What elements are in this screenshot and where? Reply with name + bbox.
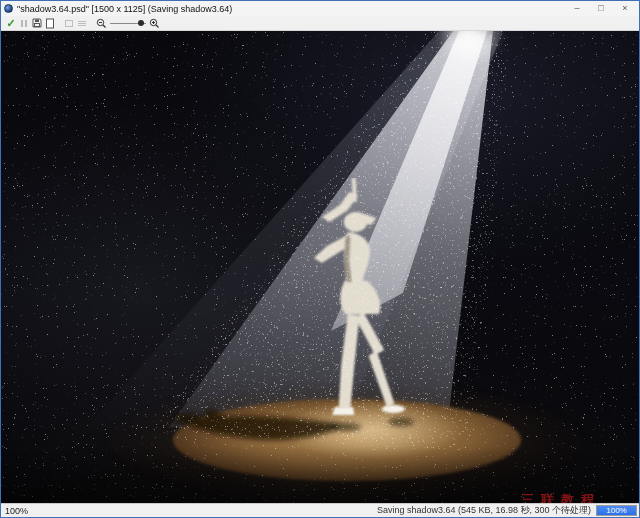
pause-button[interactable] <box>18 17 30 29</box>
zoom-in-button[interactable] <box>148 17 160 29</box>
zoom-out-button[interactable] <box>95 17 107 29</box>
statusbar: 100% Saving shadow3.64 (545 KB, 16.98 秒,… <box>1 503 639 517</box>
watermark-text: 三联教程 <box>521 491 601 503</box>
saving-status-text: Saving shadow3.64 (545 KB, 16.98 秒, 300 … <box>377 504 591 517</box>
check-icon: ✓ <box>6 18 15 29</box>
close-button[interactable]: × <box>613 2 637 16</box>
zoom-level-label: 100% <box>5 506 28 516</box>
app-icon <box>4 4 13 13</box>
vignette <box>1 31 639 503</box>
page-icon <box>45 18 55 29</box>
options-button[interactable] <box>76 17 88 29</box>
render-preview-window: "shadow3.64.psd" [1500 x 1125] (Saving s… <box>0 0 640 518</box>
zoom-out-icon <box>96 18 107 29</box>
window-title: "shadow3.64.psd" [1500 x 1125] (Saving s… <box>17 4 232 14</box>
toolbar: ✓ <box>1 16 639 31</box>
zoom-slider[interactable] <box>110 17 146 29</box>
save-button[interactable] <box>31 17 43 29</box>
zoom-slider-thumb[interactable] <box>138 20 144 26</box>
copy-button[interactable] <box>44 17 56 29</box>
floppy-icon <box>32 18 42 28</box>
minimize-button[interactable]: – <box>565 2 589 16</box>
selection-button[interactable] <box>63 17 75 29</box>
list-icon <box>78 21 86 26</box>
selection-icon <box>65 20 73 27</box>
zoom-in-icon <box>149 18 160 29</box>
save-progress-label: 100% <box>606 507 626 515</box>
pause-icon <box>21 20 27 27</box>
confirm-button[interactable]: ✓ <box>5 17 17 29</box>
maximize-button[interactable]: □ <box>589 2 613 16</box>
save-progress-fill: 100% <box>597 506 636 515</box>
save-progress-bar: 100% <box>596 505 637 516</box>
render-canvas[interactable]: 三联教程 <box>1 31 639 503</box>
titlebar: "shadow3.64.psd" [1500 x 1125] (Saving s… <box>1 1 639 16</box>
window-controls: – □ × <box>565 2 637 16</box>
